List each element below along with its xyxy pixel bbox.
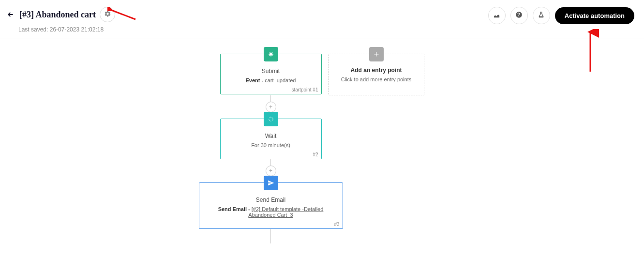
help-button[interactable]	[510, 7, 528, 24]
header-bar: [#3] Abandoned cart Last saved: 26-07-20…	[0, 0, 644, 39]
add-step-button-2[interactable]: +	[266, 166, 276, 176]
node-email-title: Send Email	[204, 196, 338, 203]
node-add-entry[interactable]: Add an entry point Click to add more ent…	[329, 54, 424, 95]
test-button[interactable]	[533, 7, 550, 24]
workflow-canvas[interactable]: Submit Event - cart_updated startpoint #…	[0, 39, 644, 272]
spinner-icon	[264, 112, 278, 126]
back-arrow-icon[interactable]	[6, 10, 15, 19]
node-entry-title: Add an entry point	[334, 67, 419, 74]
flow-container: Submit Event - cart_updated startpoint #…	[0, 39, 644, 272]
add-step-button-1[interactable]: +	[266, 102, 276, 112]
node-email-prefix: Send Email -	[218, 206, 252, 212]
entry-row: Submit Event - cart_updated startpoint #…	[220, 54, 424, 95]
stats-button[interactable]	[488, 7, 506, 24]
node-submit-prefix: Event -	[246, 77, 265, 83]
gear-icon	[104, 10, 111, 19]
node-wait-sub: For 30 minute(s)	[225, 142, 316, 148]
node-submit-title: Submit	[225, 68, 316, 75]
node-send-email[interactable]: Send Email Send Email - [#2] Default tem…	[199, 182, 343, 229]
title-row: [#3] Abandoned cart	[6, 7, 115, 22]
node-email-value: [#2] Default template -Detailed Abandone…	[248, 206, 323, 218]
connector-3	[270, 229, 271, 243]
header-left: [#3] Abandoned cart Last saved: 26-07-20…	[6, 7, 115, 33]
last-saved-text: Last saved: 26-07-2023 21:02:18	[18, 26, 115, 33]
help-icon	[515, 11, 523, 20]
node-entry-sub: Click to add more entry points	[334, 76, 419, 82]
send-icon	[264, 176, 278, 190]
node-wait[interactable]: Wait For 30 minute(s) #2	[220, 119, 322, 159]
node-wait-title: Wait	[225, 133, 316, 139]
svg-point-0	[269, 117, 272, 121]
node-email-sub: Send Email - [#2] Default template -Deta…	[204, 206, 338, 218]
node-submit-sub: Event - cart_updated	[225, 77, 316, 83]
asterisk-icon	[264, 47, 278, 61]
page-title: [#3] Abandoned cart	[19, 10, 96, 20]
plus-icon	[369, 47, 384, 61]
header-right: Activate automation	[488, 7, 634, 24]
node-submit[interactable]: Submit Event - cart_updated startpoint #…	[220, 54, 322, 94]
node-submit-value: cart_updated	[265, 77, 296, 83]
activate-automation-button[interactable]: Activate automation	[555, 7, 634, 24]
node-submit-tag: startpoint #1	[291, 87, 318, 92]
node-wait-tag: #2	[313, 152, 318, 157]
settings-button[interactable]	[100, 7, 115, 22]
chart-icon	[493, 11, 500, 20]
flask-icon	[538, 11, 545, 20]
node-email-tag: #3	[334, 222, 339, 227]
